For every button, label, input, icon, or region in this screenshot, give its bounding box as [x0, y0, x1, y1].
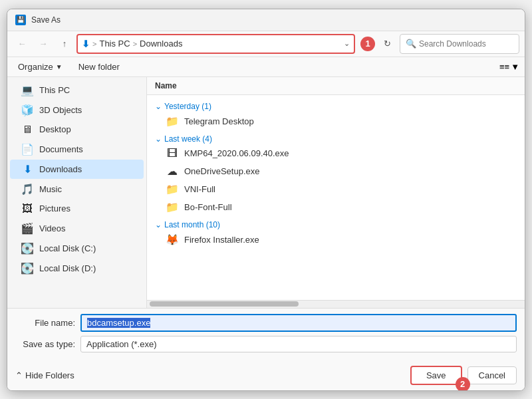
file-name-kmp: KMP64_2020.06.09.40.exe	[184, 148, 289, 158]
sidebar-item-label-downloads: Downloads	[39, 164, 82, 174]
annotation-2: 2	[456, 377, 470, 391]
cancel-button[interactable]: Cancel	[467, 366, 517, 384]
firefox-icon: 🦊	[166, 233, 179, 246]
sidebar-item-documents[interactable]: 📄 Documents	[10, 140, 144, 159]
bottom-panel: File name: Save as type: Application (*.…	[7, 308, 525, 362]
local-d-icon: 💽	[21, 262, 34, 275]
sidebar-item-label-3d: 3D Objects	[39, 105, 82, 115]
view-toggle[interactable]: ≡≡ ▼	[499, 62, 519, 72]
footer: ⌃ Hide Folders Save 2 Cancel	[7, 362, 525, 390]
list-item-firefox[interactable]: 🦊 Firefox Installer.exe	[147, 231, 525, 249]
name-column-header: Name	[155, 81, 177, 90]
save-label: Save	[426, 370, 446, 380]
sidebar-item-label-pictures: Pictures	[39, 203, 70, 213]
sidebar: 💻 This PC 🧊 3D Objects 🖥 Desktop 📄 Docum…	[7, 77, 147, 308]
search-box[interactable]: 🔍	[400, 34, 519, 54]
title-bar: 💾 Save As	[7, 9, 525, 31]
chevron-lastmonth-icon: ⌄	[155, 220, 162, 229]
file-name-firefox: Firefox Installer.exe	[184, 235, 259, 245]
group-lastweek-header: ⌄ Last week (4)	[147, 130, 525, 145]
bofont-icon: 📁	[166, 201, 179, 213]
hide-folders-toggle[interactable]: ⌃ Hide Folders	[15, 370, 74, 380]
sidebar-item-local-d[interactable]: 💽 Local Disk (D:)	[10, 259, 144, 278]
group-lastmonth-header: ⌄ Last month (10)	[147, 216, 525, 231]
toolbar: ← → ↑ ⬇ > This PC > Downloads ⌄ 1 ↻ 🔍	[7, 31, 525, 57]
new-folder-button[interactable]: New folder	[73, 60, 125, 74]
content-area: 💻 This PC 🧊 3D Objects 🖥 Desktop 📄 Docum…	[7, 77, 525, 308]
saveastype-label: Save as type:	[15, 339, 75, 349]
back-button[interactable]: ←	[13, 35, 31, 53]
forward-button[interactable]: →	[34, 35, 53, 53]
filename-input[interactable]	[80, 314, 517, 332]
sidebar-item-downloads[interactable]: ⬇ Downloads	[10, 160, 144, 179]
forward-icon: →	[39, 39, 48, 49]
main-panel: Name ⌄ Yesterday (1) 📁 Telegram Desktop …	[147, 77, 525, 308]
app-icon: 💾	[15, 15, 26, 25]
folder-telegram-icon: 📁	[166, 115, 179, 128]
filename-label: File name:	[15, 318, 75, 328]
sidebar-item-desktop[interactable]: 🖥 Desktop	[10, 120, 144, 139]
refresh-icon: ↻	[384, 39, 391, 49]
action-bar: Organize ▼ New folder ≡≡ ▼	[7, 57, 525, 77]
sidebar-item-videos[interactable]: 🎬 Videos	[10, 219, 144, 238]
sidebar-item-label-documents: Documents	[39, 144, 83, 154]
nav-path-container[interactable]: ⬇ > This PC > Downloads ⌄	[76, 34, 355, 54]
path-dropdown-button[interactable]: ⌄	[344, 39, 350, 48]
organize-button[interactable]: Organize ▼	[13, 60, 68, 74]
kmp-icon: 🎞	[166, 148, 179, 160]
sidebar-item-label-videos: Videos	[39, 223, 66, 233]
files-list: ⌄ Yesterday (1) 📁 Telegram Desktop ⌄ Las…	[147, 95, 525, 300]
h-scroll-thumb[interactable]	[150, 301, 299, 307]
group-yesterday-label: Yesterday (1)	[164, 102, 211, 111]
filename-row: File name:	[15, 314, 517, 332]
file-name-onedrive: OneDriveSetup.exe	[184, 166, 259, 176]
search-input[interactable]	[419, 39, 513, 49]
cancel-label: Cancel	[479, 370, 505, 380]
saveastype-value: Application (*.exe)	[80, 336, 517, 352]
sidebar-item-3d-objects[interactable]: 🧊 3D Objects	[10, 100, 144, 120]
videos-icon: 🎬	[21, 222, 34, 235]
files-header: Name	[147, 77, 525, 95]
sidebar-item-label-desktop: Desktop	[39, 124, 71, 134]
hide-folders-label: Hide Folders	[25, 370, 74, 380]
list-item-onedrive[interactable]: ☁ OneDriveSetup.exe	[147, 162, 525, 180]
organize-label: Organize	[18, 62, 53, 72]
dialog-title: Save As	[31, 15, 61, 25]
save-button[interactable]: Save 2	[410, 366, 462, 385]
this-pc-icon: 💻	[21, 84, 34, 96]
separator-2: >	[133, 40, 137, 48]
sidebar-item-local-c[interactable]: 💽 Local Disk (C:)	[10, 239, 144, 258]
up-icon: ↑	[63, 39, 67, 49]
onedrive-icon: ☁	[166, 165, 179, 178]
3d-objects-icon: 🧊	[21, 104, 34, 116]
list-item-bofont[interactable]: 📁 Bo-Font-Full	[147, 198, 525, 216]
horizontal-scrollbar[interactable]	[147, 300, 525, 308]
sidebar-item-label-local-d: Local Disk (D:)	[39, 263, 96, 273]
annotation-1: 1	[360, 37, 375, 51]
new-folder-label: New folder	[78, 62, 120, 72]
list-item-vni[interactable]: 📁 VNI-Full	[147, 180, 525, 198]
path-downloads: Downloads	[140, 39, 182, 49]
saveastype-row: Save as type: Application (*.exe)	[15, 336, 517, 352]
desktop-icon: 🖥	[21, 124, 34, 136]
list-item-telegram[interactable]: 📁 Telegram Desktop	[147, 112, 525, 130]
group-yesterday-header: ⌄ Yesterday (1)	[147, 98, 525, 112]
separator-1: >	[92, 40, 96, 48]
chevron-yesterday-icon: ⌄	[155, 102, 162, 111]
group-lastmonth-label: Last month (10)	[164, 220, 220, 229]
refresh-button[interactable]: ↻	[378, 34, 397, 54]
list-item-kmp[interactable]: 🎞 KMP64_2020.06.09.40.exe	[147, 145, 525, 162]
chevron-hide-icon: ⌃	[15, 370, 23, 380]
save-as-dialog: 💾 Save As ← → ↑ ⬇ > This PC > Downloads …	[7, 9, 525, 391]
file-name-telegram: Telegram Desktop	[184, 116, 254, 126]
sidebar-item-music[interactable]: 🎵 Music	[10, 180, 144, 199]
local-c-icon: 💽	[21, 242, 34, 255]
sidebar-item-pictures[interactable]: 🖼 Pictures	[10, 200, 144, 218]
pictures-icon: 🖼	[21, 203, 34, 215]
up-button[interactable]: ↑	[55, 35, 74, 53]
sidebar-item-label-this-pc: This PC	[39, 85, 70, 95]
download-icon: ⬇	[82, 39, 90, 49]
sidebar-item-label-local-c: Local Disk (C:)	[39, 243, 96, 253]
music-icon: 🎵	[21, 183, 34, 196]
sidebar-item-this-pc[interactable]: 💻 This PC	[10, 80, 144, 100]
